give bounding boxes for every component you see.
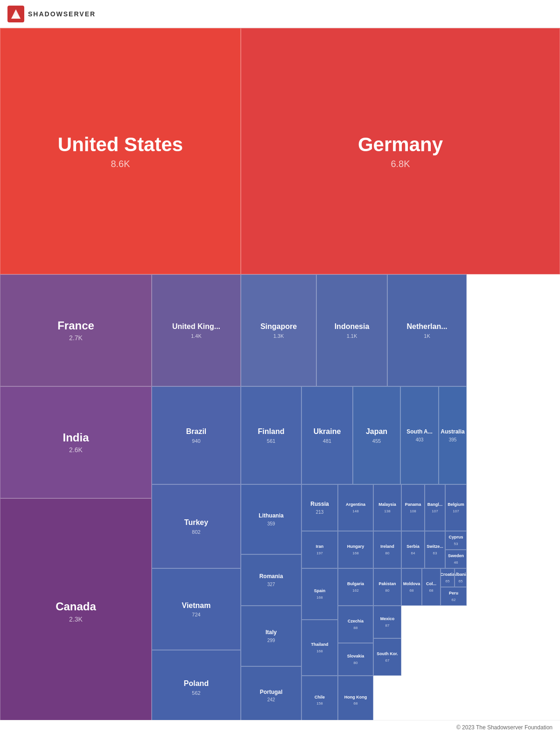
treemap-cell-india[interactable]: India2.6K	[0, 386, 152, 498]
treemap-cell-mexico[interactable]: Mexico87	[373, 606, 401, 638]
treemap-cell-hungary[interactable]: Hungary168	[338, 531, 373, 568]
cell-name-russia: Russia	[310, 501, 329, 507]
treemap-cell-cyprus[interactable]: Cyprus53	[445, 531, 467, 550]
cell-name-sweden: Sweden	[448, 553, 464, 559]
treemap-cell-germany[interactable]: Germany6.8K	[241, 28, 560, 274]
cell-value-united-states: 8.6K	[111, 159, 130, 169]
treemap-cell-united-states[interactable]: United States8.6K	[0, 28, 241, 274]
treemap-cell-malaysia[interactable]: Malaysia138	[373, 484, 401, 531]
treemap-cell-japan[interactable]: Japan455	[353, 386, 400, 484]
cell-value-india: 2.6K	[69, 446, 83, 454]
cell-value-chile: 158	[316, 701, 322, 706]
treemap-cell-moldova[interactable]: Moldova68	[401, 568, 422, 606]
treemap-cell-peru[interactable]: Peru62	[441, 587, 467, 606]
treemap-cell-portugal[interactable]: Portugal242	[241, 666, 301, 720]
cell-name-portugal: Portugal	[260, 689, 283, 695]
treemap-cell-italy[interactable]: Italy299	[241, 606, 301, 666]
treemap-cell-bulgaria[interactable]: Bulgaria162	[338, 568, 373, 606]
cell-name-argentina: Argentina	[346, 502, 365, 507]
treemap-cell-belgium[interactable]: Belgium107	[445, 484, 467, 531]
treemap-cell-serbia[interactable]: Serbia64	[401, 531, 425, 568]
cell-name-singapore: Singapore	[260, 322, 297, 331]
treemap-cell-vietnam[interactable]: Vietnam724	[152, 568, 241, 650]
cell-value-finland: 561	[267, 438, 275, 444]
treemap-cell-ireland[interactable]: Ireland80	[373, 531, 401, 568]
cell-name-panama: Panama	[405, 502, 421, 507]
treemap-cell-south-korea[interactable]: South Kor.67	[373, 638, 401, 676]
cell-name-switzerland: Switze...	[427, 544, 443, 549]
cell-value-serbia: 64	[411, 551, 415, 555]
treemap-cell-russia[interactable]: Russia213	[301, 484, 338, 531]
treemap-cell-chile[interactable]: Chile158	[301, 676, 338, 720]
cell-value-canada: 2.3K	[69, 615, 83, 623]
cell-name-brazil: Brazil	[186, 427, 207, 436]
shadowserver-logo-icon	[7, 6, 24, 22]
cell-value-hong-kong: 68	[354, 701, 358, 706]
treemap-cell-turkey[interactable]: Turkey802	[152, 484, 241, 568]
treemap-cell-argentina[interactable]: Argentina148	[338, 484, 373, 531]
copyright-text: © 2023 The Shadowserver Foundation	[456, 724, 553, 731]
cell-value-south-africa: 403	[416, 437, 424, 442]
treemap-cell-poland[interactable]: Poland562	[152, 650, 241, 720]
treemap-cell-switzerland[interactable]: Switze...63	[425, 531, 445, 568]
cell-value-hungary: 168	[352, 551, 358, 555]
cell-name-malaysia: Malaysia	[378, 502, 396, 507]
cell-name-united-kingdom: United King...	[172, 322, 220, 331]
cell-value-south-korea: 67	[385, 658, 390, 663]
cell-name-poland: Poland	[184, 679, 209, 688]
cell-name-italy: Italy	[266, 629, 277, 636]
treemap-cell-czechia[interactable]: Czechia88	[338, 606, 373, 643]
treemap-cell-croatia[interactable]: Croatia65	[441, 568, 455, 587]
cell-value-switzerland: 63	[433, 551, 437, 555]
treemap-cell-thailand[interactable]: Thailand168	[301, 620, 338, 676]
treemap-cell-sweden[interactable]: Sweden46	[445, 550, 467, 568]
treemap-cell-canada[interactable]: Canada2.3K	[0, 498, 152, 720]
treemap-cell-south-africa[interactable]: South A...403	[400, 386, 439, 484]
cell-name-ukraine: Ukraine	[314, 427, 341, 436]
treemap-container: United States8.6KGermany6.8KFrance2.7KIn…	[0, 28, 560, 720]
cell-name-pakistan: Pakistan	[378, 581, 396, 587]
treemap-cell-lithuania[interactable]: Lithuania359	[241, 484, 301, 554]
treemap-cell-brazil[interactable]: Brazil940	[152, 386, 241, 484]
treemap-cell-albania[interactable]: Albania65	[455, 568, 467, 587]
treemap-cell-indonesia[interactable]: Indonesia1.1K	[316, 274, 387, 386]
cell-value-lithuania: 359	[267, 521, 275, 526]
treemap-cell-iran[interactable]: Iran197	[301, 531, 338, 568]
cell-name-india: India	[63, 431, 89, 445]
cell-value-argentina: 148	[352, 509, 358, 513]
treemap-cell-romania[interactable]: Romania327	[241, 554, 301, 606]
cell-value-albania: 65	[459, 579, 463, 583]
treemap-cell-australia[interactable]: Australia395	[439, 386, 467, 484]
treemap-cell-france[interactable]: France2.7K	[0, 274, 152, 386]
cell-name-ireland: Ireland	[380, 544, 394, 549]
cell-value-russia: 213	[316, 510, 324, 515]
cell-value-cyprus: 53	[454, 542, 458, 546]
treemap-cell-ukraine[interactable]: Ukraine481	[301, 386, 353, 484]
treemap-cell-panama[interactable]: Panama108	[401, 484, 425, 531]
cell-name-australia: Australia	[441, 428, 464, 435]
treemap-cell-pakistan[interactable]: Pakistan80	[373, 568, 401, 606]
treemap-cell-united-kingdom[interactable]: United King...1.4K	[152, 274, 241, 386]
cell-value-portugal: 242	[267, 697, 275, 702]
treemap-cell-spain[interactable]: Spain168	[301, 568, 338, 620]
cell-name-moldova: Moldova	[403, 581, 420, 587]
treemap-cell-bangladesh[interactable]: Bangl...107	[425, 484, 445, 531]
cell-name-thailand: Thailand	[311, 642, 328, 647]
treemap-cell-hong-kong[interactable]: Hong Kong68	[338, 676, 373, 720]
treemap-cell-slovakia[interactable]: Slovakia80	[338, 643, 373, 676]
cell-value-germany: 6.8K	[391, 159, 410, 169]
cell-value-indonesia: 1.1K	[347, 333, 357, 339]
treemap-cell-singapore[interactable]: Singapore1.3K	[241, 274, 316, 386]
cell-value-italy: 299	[267, 638, 275, 643]
treemap-cell-netherlands[interactable]: Netherlan...1K	[387, 274, 467, 386]
cell-name-cyprus: Cyprus	[448, 535, 463, 540]
cell-name-south-africa: South A...	[406, 428, 433, 435]
cell-name-bulgaria: Bulgaria	[347, 581, 364, 587]
cell-value-malaysia: 138	[384, 509, 390, 513]
cell-name-vietnam: Vietnam	[182, 601, 211, 610]
cell-value-croatia: 65	[446, 579, 450, 583]
cell-name-belgium: Belgium	[448, 502, 464, 507]
treemap-cell-colombia[interactable]: Col...68	[422, 568, 441, 606]
cell-value-thailand: 168	[316, 649, 322, 653]
treemap-cell-finland[interactable]: Finland561	[241, 386, 301, 484]
